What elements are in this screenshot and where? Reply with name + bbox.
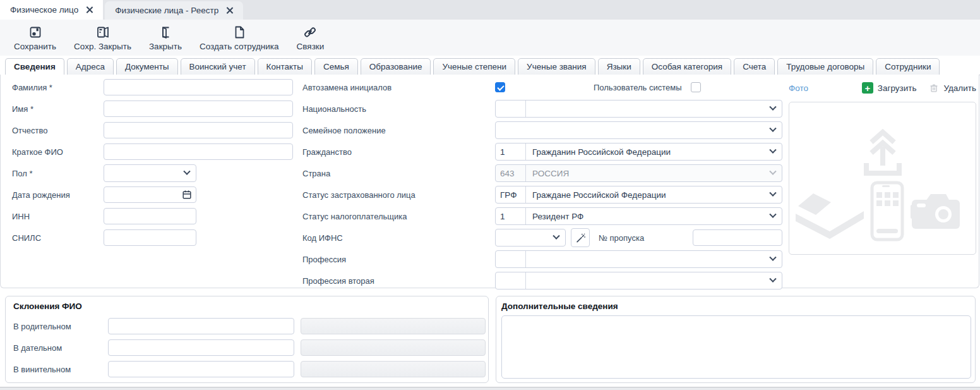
profession2-select[interactable] [495,272,782,289]
tab-semya[interactable]: Семья [314,58,358,75]
dative-auto-field [301,339,486,356]
inn-label: ИНН [12,212,104,221]
chevron-down-icon [764,143,782,160]
chevron-down-icon [547,235,565,240]
chevron-down-icon [764,272,782,289]
additional-info-textarea[interactable] [501,315,971,379]
pass-number-label: № пропуска [599,233,644,243]
toolbar: Сохранить Сохр. Закрыть Закрыть Создать … [0,20,980,56]
personal-left-column: Фамилия * Имя * Отчество Краткое ФИО Пол… [12,76,296,248]
scanner-icon [794,186,865,249]
calendar-icon[interactable] [182,190,192,200]
chevron-down-icon [764,101,782,117]
gender-label: Пол * [12,169,104,178]
ifns-autofill-button[interactable] [571,228,590,247]
surname-input[interactable] [104,79,293,95]
photo-upload-button[interactable]: + Загрузить [862,82,917,94]
chevron-down-icon [764,186,782,203]
window-tab-fizicheskoe-lico[interactable]: Физическое лицо [0,0,103,20]
create-employee-button[interactable]: Создать сотрудника [191,20,288,56]
links-button[interactable]: Связки [288,20,333,56]
inn-input[interactable] [104,208,196,224]
country-label: Страна [302,169,495,178]
photo-section: Фото + Загрузить Удалить [789,80,976,255]
save-close-button[interactable]: Сохр. Закрыть [65,20,140,56]
genitive-auto-field [301,318,486,334]
save-button[interactable]: Сохранить [5,20,65,56]
system-user-label: Пользователь системы [594,83,682,92]
additional-info-title: Дополнительные сведения [501,302,618,311]
taxpayer-status-select[interactable]: 1 Резидент РФ [495,207,782,225]
chevron-down-icon [178,171,196,176]
tab-uchenye-zvaniya[interactable]: Ученые звания [518,58,595,75]
marital-status-select[interactable] [495,121,782,139]
window-tab-label: Физическое лицо [10,5,78,15]
chevron-down-icon [764,122,782,138]
magic-wand-icon [575,233,586,243]
snils-label: СНИЛС [12,233,104,243]
surname-label: Фамилия * [12,83,104,92]
save-icon [28,25,43,40]
smartphone-icon [870,181,904,241]
gender-select[interactable] [104,164,196,182]
tab-sotrudniki[interactable]: Сотрудники [876,58,940,75]
trash-icon [929,83,939,93]
chevron-down-icon [764,251,782,267]
tab-uchenye-stepeni[interactable]: Ученые степени [433,58,515,75]
tab-osobaya-kategoriya[interactable]: Особая категория [643,58,731,75]
declensions-title: Склонения ФИО [13,302,82,311]
snils-input[interactable] [104,229,196,246]
close-icon[interactable] [226,7,233,14]
form-tab-bar: Сведения Адреса Документы Воинский учет … [0,58,980,75]
nationality-select[interactable] [495,100,782,118]
citizenship-label: Гражданство [302,147,495,157]
photo-title: Фото [789,83,808,93]
svedeniya-tab-content: Фамилия * Имя * Отчество Краткое ФИО Пол… [0,75,979,288]
profession-select[interactable] [495,250,782,268]
tab-yazyki[interactable]: Языки [598,58,640,75]
tab-obrazovanie[interactable]: Образование [361,58,431,75]
plus-icon: + [862,82,873,94]
citizenship-select[interactable]: 1 Гражданин Российской Федерации [495,143,782,161]
short-fio-input[interactable] [104,143,293,160]
genitive-input[interactable] [108,318,294,334]
system-user-checkbox[interactable] [691,82,701,92]
window-tab-label: Физические лица - Реестр [115,6,218,15]
auto-initials-checkbox[interactable] [495,82,505,92]
accusative-auto-field [301,361,486,377]
nationality-label: Национальность [302,104,495,114]
patronymic-label: Отчество [12,126,104,135]
dative-input[interactable] [108,339,294,356]
tab-dokumenty[interactable]: Документы [116,58,178,75]
dative-label: В дательном [13,343,108,353]
tab-adresa[interactable]: Адреса [67,58,114,75]
ifns-code-label: Код ИФНС [302,233,495,243]
auto-initials-label: Автозамена инициалов [302,83,495,92]
new-document-icon [232,25,247,40]
tab-voinskiy-uchet[interactable]: Воинский учет [181,58,255,75]
patronymic-input[interactable] [104,122,293,138]
accusative-input[interactable] [108,361,294,377]
links-icon [302,25,318,40]
window-tab-fizicheskie-lica-reestr[interactable]: Физические лица - Реестр [105,1,243,20]
photo-delete-button[interactable]: Удалить [929,83,976,93]
insured-status-select[interactable]: ГРФ Граждане Российской Федерации [495,186,782,204]
name-input[interactable] [104,101,293,117]
tab-scheta[interactable]: Счета [734,58,775,75]
camera-icon [911,192,961,231]
tab-kontakty[interactable]: Контакты [258,58,312,75]
profession2-label: Профессия вторая [302,276,495,286]
pass-number-input[interactable] [693,229,782,246]
marital-status-label: Семейное положение [302,126,495,135]
photo-dropzone[interactable] [789,102,976,255]
close-door-icon [158,25,173,40]
tab-trudovye-dogovory[interactable]: Трудовые договоры [777,58,873,75]
close-button[interactable]: Закрыть [140,20,191,56]
ifns-code-select[interactable] [495,229,566,247]
window-bottom-edge [0,387,980,390]
genitive-label: В родительном [13,322,108,331]
personal-mid-column: Автозамена инициалов Пользователь систем… [302,76,782,291]
accusative-label: В винительном [13,365,108,374]
close-icon[interactable] [86,6,93,13]
tab-svedeniya[interactable]: Сведения [5,58,64,75]
